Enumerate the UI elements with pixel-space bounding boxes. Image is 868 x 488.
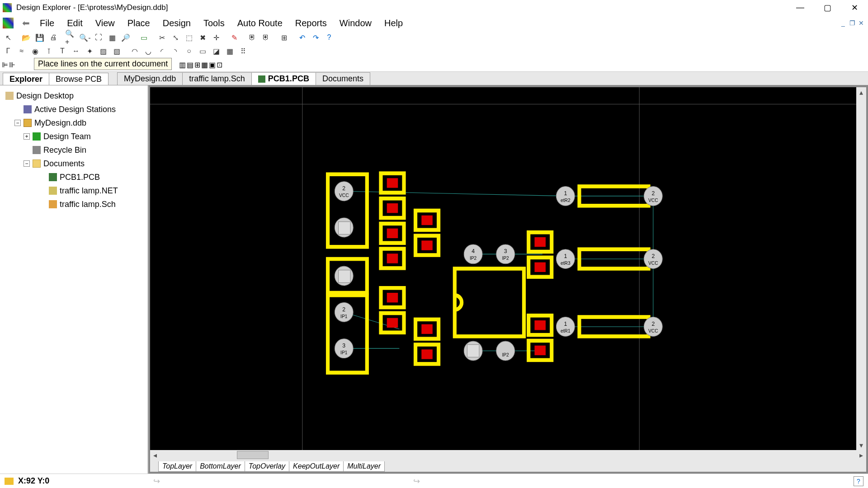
wave-tool-icon[interactable]: ≈: [15, 45, 28, 57]
move-icon[interactable]: ✛: [210, 32, 222, 43]
hatch-tool-icon[interactable]: ▧: [110, 45, 123, 57]
menu-help[interactable]: Help: [379, 15, 408, 31]
menu-edit[interactable]: Edit: [61, 15, 88, 31]
layer-tab-top[interactable]: TopLayer: [158, 461, 196, 472]
bin-icon: [33, 146, 41, 154]
doctab-sch[interactable]: traffic lamp.Sch: [182, 72, 252, 85]
tree-design-desktop[interactable]: Design Desktop: [2, 89, 147, 103]
coord-tool-icon[interactable]: ✦: [83, 45, 96, 57]
tree-file-net[interactable]: traffic lamp.NET: [2, 184, 147, 197]
zoom-out-icon[interactable]: 🔍-: [79, 32, 91, 43]
help-icon[interactable]: ?: [323, 32, 335, 43]
layer-tab-keepout[interactable]: KeepOutLayer: [289, 461, 344, 472]
scroll-up-icon[interactable]: ▴: [856, 87, 866, 97]
scroll-track[interactable]: [856, 97, 866, 440]
tree-file-sch[interactable]: traffic lamp.Sch: [2, 197, 147, 211]
menu-file[interactable]: File: [34, 15, 60, 31]
tab-browse-pcb[interactable]: Browse PCB: [49, 73, 108, 85]
text-tool-icon[interactable]: T: [56, 45, 69, 57]
deselect-icon[interactable]: ✖: [196, 32, 209, 43]
doctab-pcb[interactable]: PCB1.PCB: [251, 72, 316, 85]
arc4-tool-icon[interactable]: ◝: [169, 45, 182, 57]
circle-tool-icon[interactable]: ○: [183, 45, 195, 57]
align-a-icon[interactable]: ▥: [179, 61, 186, 69]
tree-recycle-bin[interactable]: Recycle Bin: [2, 143, 147, 157]
pad-tool-icon[interactable]: ◉: [29, 45, 42, 57]
align-dist-icon[interactable]: ⊪: [9, 61, 15, 69]
tree-design-team[interactable]: +Design Team: [2, 130, 147, 143]
tab-explorer[interactable]: Explorer: [3, 73, 49, 85]
vertical-scrollbar[interactable]: ▴ ▾: [856, 87, 866, 450]
browse-icon[interactable]: ▭: [137, 32, 150, 43]
back-arrow-icon[interactable]: ⬅: [19, 18, 33, 28]
select-inside-icon[interactable]: ⬚: [183, 32, 195, 43]
collapse-icon[interactable]: −: [14, 120, 21, 126]
fill-tool-icon[interactable]: ▨: [97, 45, 109, 57]
comp-tool-icon[interactable]: ▦: [223, 45, 236, 57]
zoom-window-icon[interactable]: ⛶: [92, 32, 105, 43]
tree-mydesign-ddb[interactable]: −MyDesign.ddb: [2, 116, 147, 130]
scroll-thumb[interactable]: [237, 451, 269, 459]
grid-icon[interactable]: ⊞: [278, 32, 290, 43]
doctab-mydesign[interactable]: MyDesign.ddb: [117, 72, 183, 85]
shield2-icon[interactable]: ⛨: [259, 32, 272, 43]
rect-tool-icon[interactable]: ▭: [196, 45, 209, 57]
scroll-left-icon[interactable]: ◂: [150, 450, 160, 460]
menu-autoroute[interactable]: Auto Route: [232, 15, 288, 31]
pcb-canvas[interactable]: 2VCC1GND1etF12IP13IP14IP23IP2etJP1IP21et…: [150, 87, 856, 450]
line-tool-icon[interactable]: Γ: [2, 45, 14, 57]
doctab-documents[interactable]: Documents: [316, 72, 370, 85]
expand-icon[interactable]: +: [24, 133, 30, 140]
tree-documents[interactable]: −Documents: [2, 157, 147, 170]
mdi-close-icon[interactable]: ✕: [857, 19, 865, 27]
tree-file-pcb[interactable]: PCB1.PCB: [2, 170, 147, 184]
tree-active-stations[interactable]: Active Design Stations: [2, 103, 147, 116]
scroll-right-icon[interactable]: ▸: [856, 450, 866, 460]
arc2-tool-icon[interactable]: ◡: [142, 45, 155, 57]
maximize-button[interactable]: ▢: [814, 0, 841, 15]
align-b-icon[interactable]: ▤: [187, 61, 193, 69]
menu-reports[interactable]: Reports: [290, 15, 332, 31]
menu-place[interactable]: Place: [122, 15, 156, 31]
poly-tool-icon[interactable]: ◪: [210, 45, 222, 57]
arc1-tool-icon[interactable]: ◠: [128, 45, 141, 57]
print-icon[interactable]: 🖨: [47, 32, 60, 43]
via-tool-icon[interactable]: ⊺: [42, 45, 55, 57]
menu-window[interactable]: Window: [334, 15, 377, 31]
arc3-tool-icon[interactable]: ◜: [156, 45, 168, 57]
zoom-fit-icon[interactable]: ▦: [106, 32, 118, 43]
cut-icon[interactable]: ✂: [156, 32, 168, 43]
menu-design[interactable]: Design: [157, 15, 196, 31]
help-corner-icon[interactable]: ?: [854, 476, 863, 486]
zoom-in-icon[interactable]: 🔍+: [65, 32, 78, 43]
mdi-restore-icon[interactable]: ❐: [848, 19, 856, 27]
undo-icon[interactable]: ↶: [296, 32, 308, 43]
horizontal-scrollbar[interactable]: ◂ ▸: [150, 450, 866, 460]
align-f-icon[interactable]: ⊡: [217, 61, 222, 69]
dim-tool-icon[interactable]: ↔: [70, 45, 82, 57]
align-d-icon[interactable]: ▦: [201, 61, 208, 69]
menu-tools[interactable]: Tools: [198, 15, 230, 31]
array-tool-icon[interactable]: ⠿: [237, 45, 250, 57]
collapse-icon[interactable]: −: [24, 160, 30, 167]
layer-tab-topoverlay[interactable]: TopOverlay: [245, 461, 289, 472]
redo-icon[interactable]: ↷: [309, 32, 322, 43]
menu-view[interactable]: View: [90, 15, 120, 31]
save-icon[interactable]: 💾: [33, 32, 46, 43]
arrow-tool-icon[interactable]: ↖: [2, 32, 14, 43]
layer-tab-bottom[interactable]: BottomLayer: [196, 461, 245, 472]
align-c-icon[interactable]: ⊞: [194, 61, 200, 69]
layer-tab-multi[interactable]: MultiLayer: [343, 461, 385, 472]
scroll-track[interactable]: [160, 450, 856, 460]
align-e-icon[interactable]: ▣: [209, 61, 216, 69]
mdi-minimize-icon[interactable]: _: [839, 19, 847, 27]
wand-icon[interactable]: ⤡: [169, 32, 182, 43]
shield1-icon[interactable]: ⛨: [246, 32, 259, 43]
zoom-select-icon[interactable]: 🔎: [119, 32, 132, 43]
marker-icon[interactable]: ✎: [228, 32, 241, 43]
align-left-icon[interactable]: ⊫: [2, 61, 8, 69]
scroll-down-icon[interactable]: ▾: [856, 440, 866, 450]
minimize-button[interactable]: —: [787, 0, 814, 15]
close-button[interactable]: ✕: [841, 0, 868, 15]
open-icon[interactable]: 📂: [20, 32, 33, 43]
